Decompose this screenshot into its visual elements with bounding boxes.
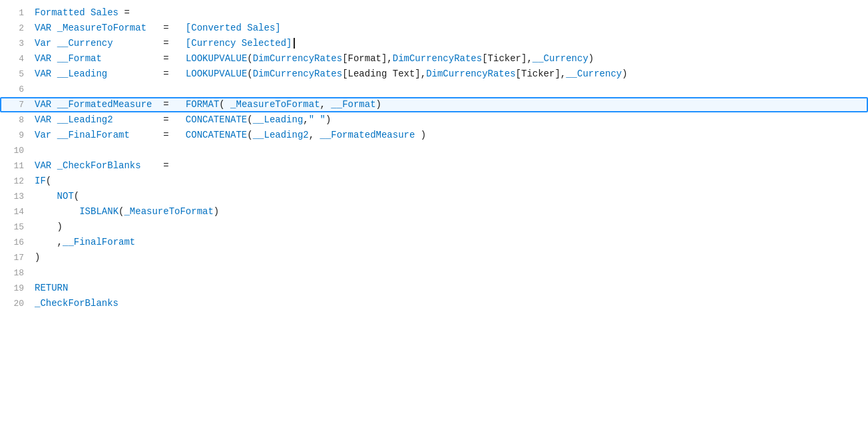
line-content-15: ) xyxy=(35,219,863,234)
ref-dim-format: DimCurrencyRates xyxy=(253,53,342,64)
ref-dim-leading: DimCurrencyRates xyxy=(253,69,342,79)
keyword-var-9: Var xyxy=(35,130,51,140)
ref-currency-4: __Currency xyxy=(533,53,588,64)
keyword-var-2: VAR xyxy=(35,23,51,33)
line-number-20: 20 xyxy=(5,297,24,311)
line-number-3: 3 xyxy=(5,37,24,51)
line-content-9: Var __FinalForamt = CONCATENATE(__Leadin… xyxy=(35,128,863,142)
code-line-2: 2 VAR _MeasureToFormat = [Converted Sale… xyxy=(0,21,868,36)
line-content-2: VAR _MeasureToFormat = [Converted Sales] xyxy=(35,21,863,35)
ref-leading2-9: __Leading2 xyxy=(253,130,309,140)
code-line-19: 19 RETURN xyxy=(0,281,868,296)
var-leading: __Leading xyxy=(57,69,108,79)
string-space: " " xyxy=(309,114,326,125)
line-content-20: _CheckForBlanks xyxy=(35,296,863,311)
line-content-7: VAR __FormatedMeasure = FORMAT( _Measure… xyxy=(35,97,863,112)
line-number-4: 4 xyxy=(5,52,24,67)
line-number-15: 15 xyxy=(5,220,24,235)
keyword-var-11: VAR xyxy=(35,160,51,171)
func-not: NOT xyxy=(57,191,74,202)
code-line-13: 13 NOT( xyxy=(0,189,868,204)
keyword-var-3: Var xyxy=(35,38,51,49)
func-concatenate-9: CONCATENATE xyxy=(186,130,247,140)
ref-format-7: __Format xyxy=(331,99,375,110)
func-lookupvalue-4: LOOKUPVALUE xyxy=(186,53,247,64)
line-content-1: Formatted Sales = xyxy=(35,5,863,20)
line-content-6 xyxy=(35,82,863,96)
line-number-14: 14 xyxy=(5,205,24,219)
var-format: __Format xyxy=(57,53,102,64)
ref-dim-ticker-5: DimCurrencyRates xyxy=(426,69,515,79)
func-format: FORMAT xyxy=(186,99,219,110)
var-final-foramt: __FinalForamt xyxy=(57,130,130,140)
line-content-5: VAR __Leading = LOOKUPVALUE(DimCurrencyR… xyxy=(35,67,863,81)
code-line-3: 3 Var __Currency = [Currency Selected] xyxy=(0,36,868,51)
keyword-var-4: VAR xyxy=(35,53,51,64)
text-cursor xyxy=(294,38,295,49)
code-line-17: 17 ) xyxy=(0,250,868,265)
line-number-5: 5 xyxy=(5,67,24,82)
ref-currency-5: __Currency xyxy=(566,69,622,79)
func-isblank: ISBLANK xyxy=(79,206,118,217)
line-content-3: Var __Currency = [Currency Selected] xyxy=(35,36,863,51)
line-content-18 xyxy=(35,265,863,280)
line-number-8: 8 xyxy=(5,113,24,128)
ref-formated-measure-9: __FormatedMeasure xyxy=(320,130,415,140)
line-number-19: 19 xyxy=(5,281,24,296)
keyword-return: RETURN xyxy=(35,283,68,293)
keyword-var-7: VAR xyxy=(35,99,51,110)
keyword-formatted-sales: Formatted Sales xyxy=(35,7,118,18)
line-number-17: 17 xyxy=(5,251,24,265)
line-content-12: IF( xyxy=(35,174,863,188)
line-number-6: 6 xyxy=(5,82,24,97)
ref-currency-selected: [Currency Selected] xyxy=(186,38,292,49)
code-line-9: 9 Var __FinalForamt = CONCATENATE(__Lead… xyxy=(0,128,868,143)
line-number-10: 10 xyxy=(5,144,24,158)
line-number-9: 9 xyxy=(5,128,24,143)
line-content-16: ,__FinalForamt xyxy=(35,235,863,249)
code-line-18: 18 xyxy=(0,265,868,281)
line-content-8: VAR __Leading2 = CONCATENATE(__Leading,"… xyxy=(35,112,863,127)
line-number-16: 16 xyxy=(5,235,24,250)
code-line-7: 7 VAR __FormatedMeasure = FORMAT( _Measu… xyxy=(0,97,868,112)
code-line-16: 16 ,__FinalForamt xyxy=(0,235,868,250)
line-content-14: ISBLANK(_MeasureToFormat) xyxy=(35,204,863,219)
keyword-var-8: VAR xyxy=(35,114,51,125)
ref-final-foramt-16: __FinalForamt xyxy=(63,237,135,247)
code-line-6: 6 xyxy=(0,82,868,97)
var-measure-to-format: _MeasureToFormat xyxy=(57,23,146,33)
text-equals-1: = xyxy=(118,7,130,18)
code-line-20: 20 _CheckForBlanks xyxy=(0,296,868,311)
code-line-14: 14 ISBLANK(_MeasureToFormat) xyxy=(0,204,868,219)
ref-leading-8: __Leading xyxy=(253,114,304,125)
line-content-10 xyxy=(35,143,863,158)
line-number-7: 7 xyxy=(5,98,24,112)
line-content-4: VAR __Format = LOOKUPVALUE(DimCurrencyRa… xyxy=(35,51,863,66)
line-number-11: 11 xyxy=(5,159,24,174)
line-number-12: 12 xyxy=(5,174,24,189)
var-check-for-blanks: _CheckForBlanks xyxy=(57,160,141,171)
code-line-11: 11 VAR _CheckForBlanks = xyxy=(0,158,868,174)
var-currency: __Currency xyxy=(57,38,113,49)
code-line-4: 4 VAR __Format = LOOKUPVALUE(DimCurrency… xyxy=(0,51,868,67)
ref-dim-ticker-4: DimCurrencyRates xyxy=(393,53,482,64)
line-content-11: VAR _CheckForBlanks = xyxy=(35,158,863,173)
line-content-13: NOT( xyxy=(35,189,863,204)
code-line-12: 12 IF( xyxy=(0,174,868,189)
ref-check-for-blanks-20: _CheckForBlanks xyxy=(35,298,118,309)
code-line-15: 15 ) xyxy=(0,219,868,235)
var-leading2: __Leading2 xyxy=(57,114,113,125)
var-formated-measure: __FormatedMeasure xyxy=(57,99,152,110)
code-line-8: 8 VAR __Leading2 = CONCATENATE(__Leading… xyxy=(0,112,868,128)
code-line-5: 5 VAR __Leading = LOOKUPVALUE(DimCurrenc… xyxy=(0,67,868,82)
line-content-17: ) xyxy=(35,250,863,265)
line-number-2: 2 xyxy=(5,21,24,36)
ref-converted-sales: [Converted Sales] xyxy=(186,23,281,33)
line-number-18: 18 xyxy=(5,266,24,281)
ref-measure-to-format-14: _MeasureToFormat xyxy=(124,206,213,217)
func-concatenate-8: CONCATENATE xyxy=(186,114,247,125)
line-number-1: 1 xyxy=(5,6,24,21)
keyword-var-5: VAR xyxy=(35,69,51,79)
line-content-19: RETURN xyxy=(35,281,863,295)
func-lookupvalue-5: LOOKUPVALUE xyxy=(186,69,247,79)
